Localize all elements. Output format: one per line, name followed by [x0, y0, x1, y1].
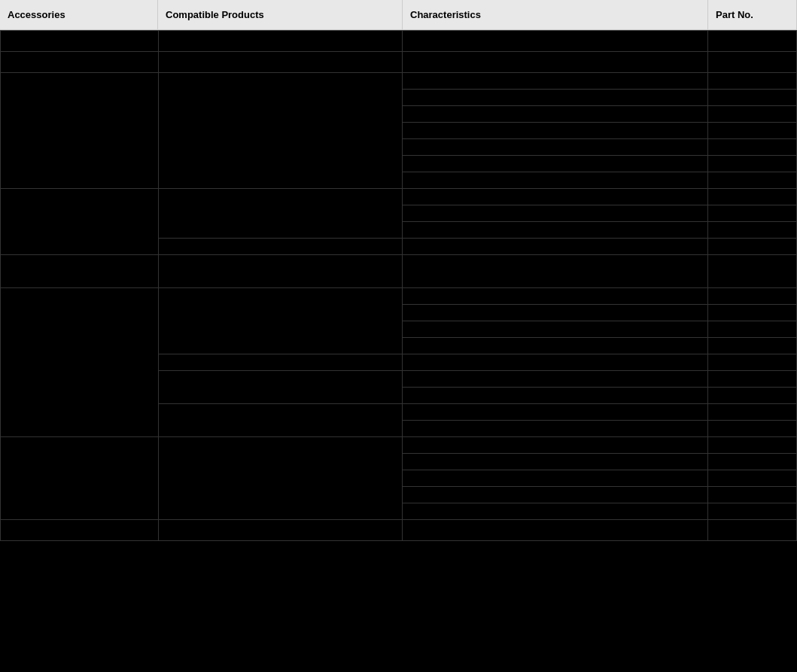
cell-accessories — [1, 255, 159, 288]
cell-partno — [708, 338, 797, 354]
cell-partno — [708, 388, 797, 404]
cell-partno — [708, 123, 797, 139]
cell-partno — [708, 470, 797, 487]
table-row — [1, 52, 797, 73]
cell-partno — [708, 52, 797, 73]
header-part-no: Part No. — [708, 0, 797, 29]
cell-characteristics — [403, 90, 708, 106]
cell-characteristics — [403, 205, 708, 222]
header-accessories: Accessories — [0, 0, 158, 29]
table-row — [1, 255, 797, 288]
header-compatible-products: Compatible Products — [158, 0, 403, 29]
cell-accessories — [1, 52, 159, 73]
cell-partno — [708, 503, 797, 520]
cell-partno — [708, 487, 797, 503]
cell-characteristics — [403, 255, 708, 288]
cell-characteristics — [403, 520, 708, 541]
cell-compatible — [158, 52, 403, 73]
cell-partno — [708, 106, 797, 123]
cell-compatible — [158, 404, 403, 437]
cell-accessories — [1, 437, 159, 520]
cell-compatible — [158, 371, 403, 404]
table-row — [1, 288, 797, 305]
table-row — [1, 31, 797, 52]
cell-accessories — [1, 73, 159, 189]
cell-compatible — [158, 437, 403, 520]
cell-characteristics — [403, 354, 708, 371]
cell-partno — [708, 156, 797, 172]
cell-accessories — [1, 189, 159, 255]
cell-partno — [708, 354, 797, 371]
cell-compatible — [158, 354, 403, 371]
cell-partno — [708, 520, 797, 541]
cell-partno — [708, 421, 797, 437]
cell-accessories — [1, 288, 159, 437]
cell-characteristics — [403, 52, 708, 73]
cell-partno — [708, 172, 797, 189]
cell-characteristics — [403, 421, 708, 437]
cell-characteristics — [403, 189, 708, 205]
cell-partno — [708, 288, 797, 305]
cell-partno — [708, 437, 797, 454]
table-header: Accessories Compatible Products Characte… — [0, 0, 797, 30]
cell-partno — [708, 454, 797, 470]
cell-compatible — [158, 73, 403, 189]
cell-characteristics — [403, 404, 708, 421]
cell-characteristics — [403, 156, 708, 172]
cell-compatible — [158, 239, 403, 255]
cell-characteristics — [403, 437, 708, 454]
cell-partno — [708, 222, 797, 239]
cell-characteristics — [403, 503, 708, 520]
cell-characteristics — [403, 73, 708, 90]
cell-partno — [708, 73, 797, 90]
cell-compatible — [158, 31, 403, 52]
cell-partno — [708, 305, 797, 321]
cell-characteristics — [403, 139, 708, 156]
cell-characteristics — [403, 222, 708, 239]
cell-characteristics — [403, 321, 708, 338]
cell-compatible — [158, 255, 403, 288]
cell-characteristics — [403, 338, 708, 354]
cell-partno — [708, 90, 797, 106]
cell-characteristics — [403, 172, 708, 189]
cell-partno — [708, 404, 797, 421]
cell-characteristics — [403, 454, 708, 470]
cell-characteristics — [403, 239, 708, 255]
table-row — [1, 437, 797, 454]
cell-accessories — [1, 520, 159, 541]
data-table — [0, 30, 797, 541]
table-row — [1, 189, 797, 205]
cell-characteristics — [403, 487, 708, 503]
cell-partno — [708, 239, 797, 255]
table-row — [1, 520, 797, 541]
cell-partno — [708, 189, 797, 205]
cell-characteristics — [403, 123, 708, 139]
cell-characteristics — [403, 470, 708, 487]
table-row — [1, 73, 797, 90]
cell-partno — [708, 255, 797, 288]
cell-compatible — [158, 520, 403, 541]
cell-accessories — [1, 31, 159, 52]
cell-partno — [708, 31, 797, 52]
cell-characteristics — [403, 305, 708, 321]
cell-characteristics — [403, 288, 708, 305]
cell-characteristics — [403, 106, 708, 123]
header-characteristics: Characteristics — [403, 0, 708, 29]
cell-partno — [708, 205, 797, 222]
cell-partno — [708, 371, 797, 388]
cell-compatible — [158, 189, 403, 239]
cell-characteristics — [403, 388, 708, 404]
cell-characteristics — [403, 31, 708, 52]
cell-compatible — [158, 288, 403, 354]
page-container: Accessories Compatible Products Characte… — [0, 0, 797, 541]
cell-partno — [708, 321, 797, 338]
cell-characteristics — [403, 371, 708, 388]
cell-partno — [708, 139, 797, 156]
